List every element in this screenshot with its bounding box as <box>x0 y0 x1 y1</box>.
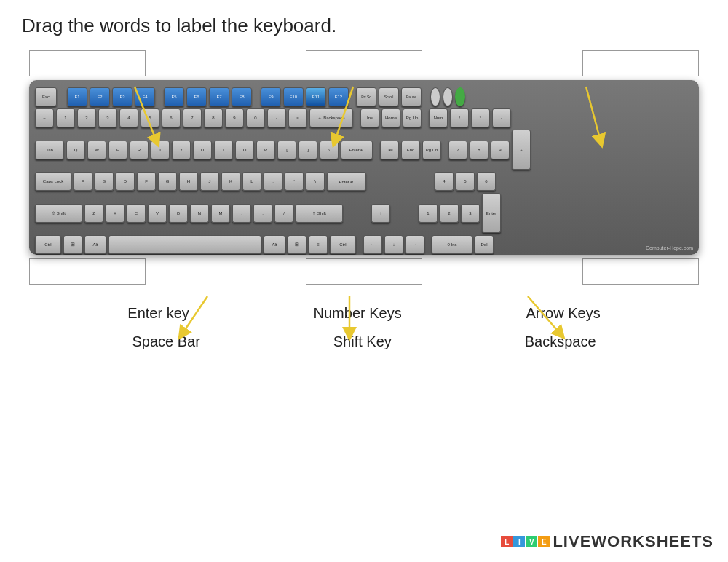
logo-letter-E: E <box>538 536 550 547</box>
label-box-bottom-center[interactable] <box>306 258 422 285</box>
drag-word-shift-key[interactable]: Shift Key <box>333 333 392 350</box>
drag-words-row1: Enter key Number Keys Arrow Keys <box>22 305 706 322</box>
logo-letter-I: I <box>513 536 525 547</box>
liveworksheets-logo: L I V E LIVEWORKSHEETS <box>501 532 713 551</box>
logo-text: LIVEWORKSHEETS <box>553 532 713 551</box>
drag-word-space-bar[interactable]: Space Bar <box>132 333 199 350</box>
logo-letter-V: V <box>526 536 537 547</box>
drag-word-arrow-keys[interactable]: Arrow Keys <box>526 305 600 322</box>
label-box-top-center[interactable] <box>306 50 422 76</box>
drag-word-backspace[interactable]: Backspace <box>525 333 596 350</box>
drag-words-row2: Space Bar Shift Key Backspace <box>22 333 706 350</box>
instruction-text: Drag the words to label the keyboard. <box>22 15 706 37</box>
logo-letter-boxes: L I V E <box>501 536 550 547</box>
logo-letter-L: L <box>501 536 513 547</box>
bottom-label-boxes <box>22 258 706 285</box>
main-section: Esc F1 F2 F3 F4 F5 F6 F7 F8 F9 F10 F11 F… <box>22 50 706 285</box>
keyboard-image: Esc F1 F2 F3 F4 F5 F6 F7 F8 F9 F10 F11 F… <box>29 80 699 255</box>
label-box-bottom-left[interactable] <box>29 258 146 285</box>
label-box-bottom-right[interactable] <box>582 258 699 285</box>
computer-hope-credit: Computer-Hope.com <box>646 245 693 250</box>
label-box-top-right[interactable] <box>582 50 699 76</box>
drag-word-enter-key[interactable]: Enter key <box>127 305 189 322</box>
label-box-top-left[interactable] <box>29 50 146 76</box>
top-label-boxes <box>22 50 706 76</box>
drag-word-number-keys[interactable]: Number Keys <box>314 305 402 322</box>
